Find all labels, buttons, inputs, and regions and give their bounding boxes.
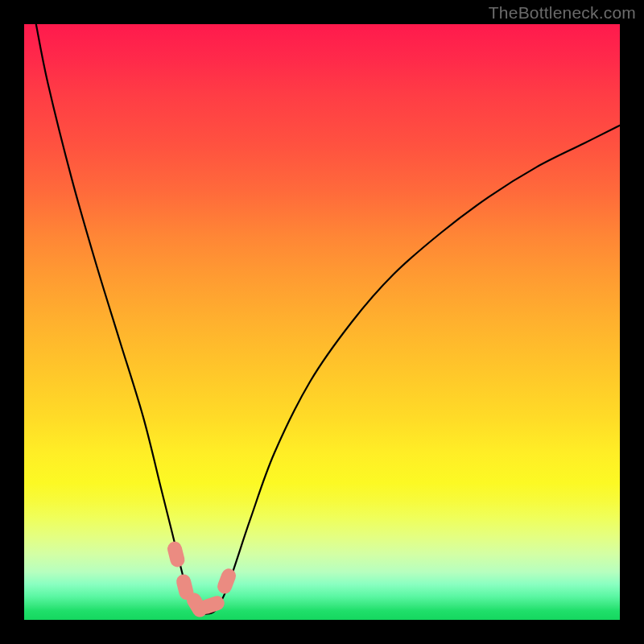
chart-svg — [24, 24, 620, 620]
bottleneck-curve — [36, 24, 620, 614]
chart-frame: TheBottleneck.com — [0, 0, 644, 644]
curve-markers — [166, 540, 238, 620]
marker — [166, 540, 186, 568]
marker — [216, 567, 238, 596]
watermark-text: TheBottleneck.com — [489, 3, 636, 23]
